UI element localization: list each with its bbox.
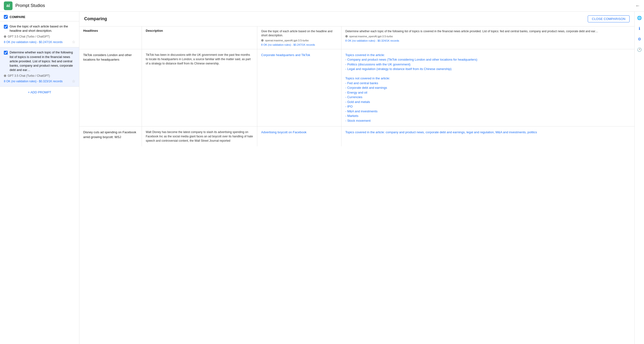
prompt-2-checkbox[interactable] <box>4 51 8 54</box>
prompt-1-header: Give the topic of each article based on … <box>4 24 75 33</box>
topbar: ai Prompt Studios ← <box>0 0 644 12</box>
row-2-result1: Advertising boycott on Facebook <box>257 126 342 146</box>
row-1-headline: TikTok considers London and other locati… <box>79 49 142 126</box>
p2-header-model: openai:maxime_openAI:gpt-3.5-turbo <box>349 35 393 38</box>
topbar-left: ai Prompt Studios <box>4 2 45 10</box>
info-icon[interactable]: ℹ <box>636 25 643 32</box>
prompt-1-model-row: GPT 3.5 Chat (Turbo / ChatGPT) <box>4 35 75 38</box>
table-row: TikTok considers London and other locati… <box>79 49 634 127</box>
row-1-result2: Topics covered in the article: - Company… <box>342 49 634 126</box>
row-1-result1: Corporate headquarters and TikTok <box>257 49 342 126</box>
back-arrow-icon[interactable]: ← <box>635 3 640 8</box>
grid-container: Headlines Description Give the topic of … <box>79 26 634 344</box>
add-prompt-button[interactable]: + ADD PROMPT <box>0 86 79 98</box>
p2-header-dot <box>345 35 348 38</box>
p2-header-stats: 8 OK (no validation rules) - $0.324/1K r… <box>345 39 630 42</box>
center-layout: Comparing CLOSE COMPARISON Headlines Des… <box>79 12 634 344</box>
table-row: Disney cuts ad spending on Facebook amid… <box>79 126 634 146</box>
prompt-1-checkbox[interactable] <box>4 25 8 29</box>
sidebar: COMPARE Give the topic of each article b… <box>0 12 79 344</box>
full-layout: Comparing CLOSE COMPARISON Headlines Des… <box>79 12 644 344</box>
comparing-header: Comparing CLOSE COMPARISON <box>79 12 634 26</box>
sidebar-header: COMPARE <box>0 12 79 22</box>
prompt-2-text: Determine whether each topic of the foll… <box>10 50 75 72</box>
prompt-2-stats-row: 8 OK (no validation rules) - $0.323/1K r… <box>4 79 75 84</box>
prompt-1-model-dot <box>4 35 6 38</box>
logo: ai <box>4 2 12 10</box>
prompt-2-star-icon[interactable]: ☆ <box>72 79 75 84</box>
settings-icon[interactable]: ⚙ <box>636 36 643 42</box>
p2-header-text: Determine whether each topic of the foll… <box>345 29 630 34</box>
main-layout: COMPARE Give the topic of each article b… <box>0 12 644 344</box>
comparing-title: Comparing <box>84 16 107 22</box>
prompt-2-model-row: GPT 3.5 Chat (Turbo / ChatGPT) <box>4 74 75 78</box>
col-header-description: Description <box>142 26 257 49</box>
prompt-2-header-cell: Determine whether each topic of the foll… <box>342 26 634 49</box>
p2-header-model-row: openai:maxime_openAI:gpt-3.5-turbo <box>345 35 630 38</box>
p1-header-model: openai:maxime_openAI:gpt-3.5-turbo <box>265 39 309 42</box>
prompt-2-model-dot <box>4 74 6 77</box>
row-2-result2: Topics covered in the article: company a… <box>342 126 634 146</box>
row-2-description: Walt Disney has become the latest compan… <box>142 126 257 146</box>
clock-icon[interactable]: 🕐 <box>636 46 643 53</box>
prompt-2-model: GPT 3.5 Chat (Turbo / ChatGPT) <box>8 74 50 78</box>
p1-header-stats: 8 OK (no validation rules) - $0.247/1K r… <box>261 43 338 46</box>
prompt-2-stats[interactable]: 8 OK (no validation rules) - $0.323/1K r… <box>4 80 62 83</box>
prompt-1-header-cell: Give the topic of each article based on … <box>257 26 342 49</box>
p1-header-dot <box>261 39 264 42</box>
compare-checkbox[interactable] <box>4 15 8 19</box>
prompt-item-1: Give the topic of each article based on … <box>0 22 79 48</box>
col-header-headlines: Headlines <box>79 26 142 49</box>
prompt-1-model: GPT 3.5 Chat (Turbo / ChatGPT) <box>8 35 50 38</box>
prompt-1-stats-row: 8 OK (no validation rules) - $0.247/1K r… <box>4 40 75 44</box>
row-1-description: TikTok has been in discussions with the … <box>142 49 257 126</box>
app-title: Prompt Studios <box>16 3 45 8</box>
row-2-headline: Disney cuts ad spending on Facebook amid… <box>79 126 142 146</box>
prompt-item-2: Determine whether each topic of the foll… <box>0 48 79 86</box>
prompt-2-header: Determine whether each topic of the foll… <box>4 50 75 72</box>
prompt-1-text: Give the topic of each article based on … <box>10 24 75 33</box>
grid-header: Headlines Description Give the topic of … <box>79 26 634 49</box>
p1-header-text: Give the topic of each article based on … <box>261 29 338 38</box>
data-rows: TikTok considers London and other locati… <box>79 49 634 344</box>
close-comparison-button[interactable]: CLOSE COMPARISON <box>588 16 630 22</box>
right-sidebar: 🌐 ℹ ⚙ 🕐 <box>634 12 644 344</box>
compare-label: COMPARE <box>10 15 25 19</box>
prompt-1-stats[interactable]: 8 OK (no validation rules) - $0.247/1K r… <box>4 40 62 44</box>
prompt-1-star-icon[interactable]: ☆ <box>72 40 75 44</box>
p1-header-model-row: openai:maxime_openAI:gpt-3.5-turbo <box>261 39 338 42</box>
globe-icon[interactable]: 🌐 <box>636 14 643 21</box>
